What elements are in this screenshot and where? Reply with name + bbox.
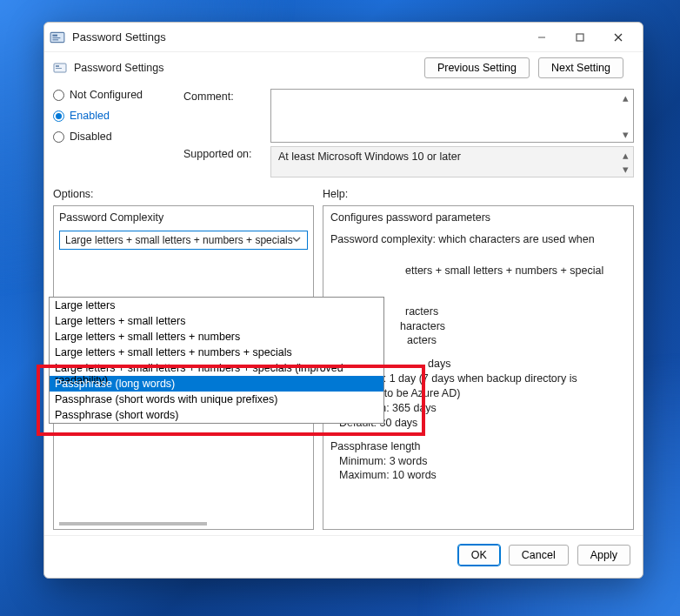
apply-button[interactable]: Apply: [577, 545, 630, 566]
help-text: etters + small letters + numbers + speci…: [405, 264, 603, 277]
help-text: days: [428, 358, 450, 370]
app-icon: [50, 30, 65, 45]
radio-icon: [53, 110, 64, 122]
policy-icon: [53, 61, 67, 75]
help-text: Passphrase length: [330, 440, 421, 452]
dropdown-item[interactable]: Large letters + small letters + numbers …: [50, 360, 383, 376]
previous-setting-button[interactable]: Previous Setting: [424, 57, 530, 78]
radio-not-configured[interactable]: Not Configured: [53, 89, 175, 101]
policy-name: Password Settings: [74, 62, 164, 74]
cancel-button[interactable]: Cancel: [509, 545, 569, 566]
dropdown-item[interactable]: Passphrase (short words): [50, 407, 383, 423]
password-complexity-dropdown[interactable]: Large letters Large letters + small lett…: [49, 297, 384, 424]
scroll-up-icon: ▴: [619, 149, 631, 161]
ok-button[interactable]: OK: [458, 545, 500, 566]
horizontal-scrollbar[interactable]: [59, 522, 207, 526]
help-text: racters: [405, 305, 438, 318]
password-complexity-label: Password Complexity: [54, 206, 313, 231]
state-radio-group: Not Configured Enabled Disabled: [53, 89, 175, 143]
svg-rect-5: [577, 34, 583, 41]
radio-label: Disabled: [70, 131, 112, 143]
options-label: Options:: [53, 188, 314, 200]
next-setting-button[interactable]: Next Setting: [538, 57, 623, 78]
svg-rect-10: [56, 68, 62, 69]
password-complexity-combo[interactable]: Large letters + small letters + numbers …: [59, 231, 308, 250]
radio-disabled[interactable]: Disabled: [53, 131, 175, 143]
help-text: haracters: [400, 320, 445, 332]
help-label: Help:: [323, 188, 634, 200]
help-text: acters: [407, 334, 437, 346]
dropdown-item[interactable]: Passphrase (short words with unique pref…: [50, 392, 383, 407]
nav-buttons: Previous Setting Next Setting: [424, 57, 634, 78]
close-button[interactable]: [599, 24, 637, 50]
minimize-button[interactable]: [523, 24, 561, 50]
svg-rect-1: [52, 34, 57, 36]
supported-on-text: At least Microsoft Windows 10 or later: [278, 151, 461, 163]
scroll-down-icon[interactable]: ▾: [619, 128, 631, 140]
radio-label: Not Configured: [70, 89, 143, 101]
combo-selected-value: Large letters + small letters + numbers …: [65, 234, 293, 246]
chevron-down-icon: [291, 234, 303, 246]
supported-on-label: Supported on:: [183, 146, 262, 160]
help-text: Password complexity: which characters ar…: [330, 233, 595, 245]
supported-on-box: At least Microsoft Windows 10 or later ▴…: [270, 146, 634, 177]
dropdown-item[interactable]: Large letters + small letters + numbers: [50, 329, 383, 345]
window-controls: [523, 24, 637, 50]
svg-rect-9: [56, 65, 59, 67]
scroll-up-icon[interactable]: ▴: [619, 91, 631, 104]
dialog-footer: OK Cancel Apply: [44, 535, 643, 578]
radio-icon: [53, 131, 64, 143]
radio-icon: [53, 90, 64, 101]
titlebar: Password Settings: [44, 23, 643, 52]
window-title: Password Settings: [72, 30, 523, 44]
comment-label: Comment:: [183, 89, 262, 103]
help-text: Minimum: 3 words: [339, 455, 427, 467]
dropdown-item-selected[interactable]: Passphrase (long words): [50, 376, 383, 392]
radio-label: Enabled: [70, 110, 110, 122]
dropdown-item[interactable]: Large letters + small letters: [50, 313, 383, 329]
dropdown-item[interactable]: Large letters + small letters + numbers …: [50, 345, 383, 360]
radio-enabled[interactable]: Enabled: [53, 110, 175, 122]
scroll-down-icon: ▾: [619, 163, 631, 175]
comment-textarea[interactable]: ▴ ▾: [270, 89, 634, 143]
dropdown-item[interactable]: Large letters: [50, 298, 383, 313]
svg-rect-2: [52, 37, 60, 38]
help-text: Maximum: 10 words: [339, 469, 437, 481]
svg-rect-3: [52, 39, 58, 40]
maximize-button[interactable]: [561, 24, 599, 50]
help-header: Configures password parameters: [330, 211, 626, 224]
subtitle-row: Password Settings Previous Setting Next …: [44, 52, 643, 78]
